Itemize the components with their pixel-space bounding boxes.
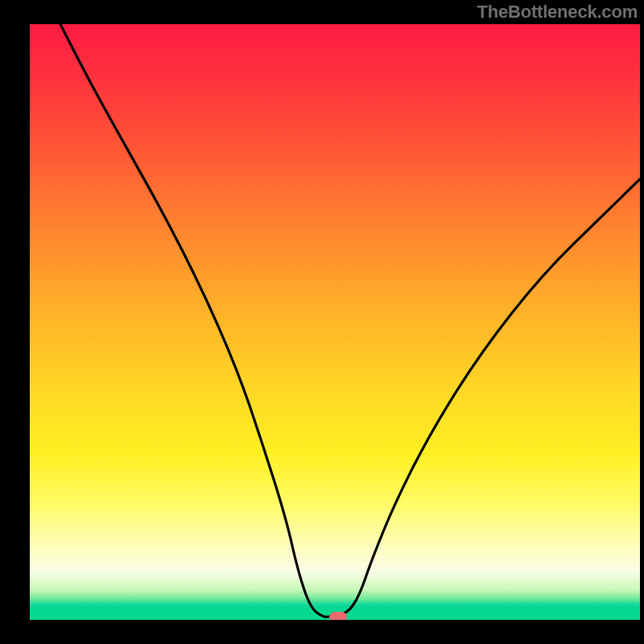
bottleneck-curve — [30, 24, 640, 620]
attribution-text: TheBottleneck.com — [477, 2, 638, 23]
plot-area — [30, 24, 640, 620]
valley-marker — [329, 612, 347, 620]
chart-frame: TheBottleneck.com — [0, 0, 644, 644]
